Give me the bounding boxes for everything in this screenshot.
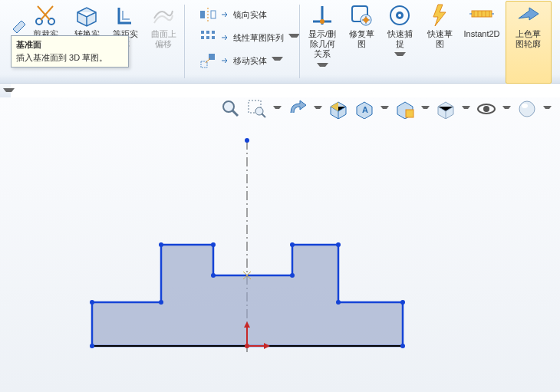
display-l2: 除几何 <box>305 39 339 49</box>
snap-icon <box>387 3 412 28</box>
repair-icon <box>349 3 374 28</box>
svg-point-47 <box>336 242 341 247</box>
surface-offset-button: 曲面上 偏移 <box>147 3 180 49</box>
plane-icon[interactable] <box>11 18 28 35</box>
surface-icon <box>151 3 176 28</box>
separator <box>299 5 300 78</box>
svg-rect-6 <box>206 31 209 34</box>
svg-point-46 <box>290 242 295 247</box>
offset-icon <box>113 3 137 28</box>
tooltip-body: 插入基准面到 3D 草图。 <box>16 52 124 64</box>
surface-label-1: 曲面上 <box>147 29 180 39</box>
quick-sketch-icon <box>427 3 452 28</box>
instant-label: Instant2D <box>462 29 502 39</box>
svg-point-21 <box>398 14 401 17</box>
scissors-icon <box>33 3 58 28</box>
svg-point-55 <box>245 344 249 348</box>
move-icon <box>199 52 216 69</box>
linear-label: 线性草图阵列 <box>233 32 284 44</box>
mirror-label: 镜向实体 <box>233 9 267 21</box>
sketch-canvas[interactable] <box>0 97 560 392</box>
repair-l1: 修复草 <box>345 29 377 39</box>
chevron-down-icon <box>317 63 328 71</box>
mirror-entities-button[interactable]: 镜向实体 <box>199 3 300 26</box>
qsketch-l2: 图 <box>423 39 456 49</box>
instant2d-button[interactable]: Instant2D <box>462 3 502 39</box>
svg-point-45 <box>290 273 295 278</box>
mirror-icon <box>199 6 216 23</box>
quick-snap-button[interactable]: 快速捕 捉 <box>384 3 416 60</box>
graphics-area[interactable]: A <box>0 97 560 392</box>
display-icon <box>310 3 334 28</box>
cube-icon <box>74 3 99 28</box>
svg-point-15 <box>320 19 324 24</box>
tooltip: 基准面 插入基准面到 3D 草图。 <box>11 35 129 68</box>
svg-point-39 <box>90 344 94 348</box>
repair-sketch-button[interactable]: 修复草 图 <box>345 3 377 49</box>
svg-rect-2 <box>200 11 205 18</box>
svg-point-43 <box>211 242 216 247</box>
rapid-sketch-button[interactable]: 快速草 图 <box>423 3 456 49</box>
svg-point-49 <box>400 300 405 305</box>
arrow-right-icon <box>221 52 229 69</box>
repair-l2: 图 <box>345 39 377 49</box>
svg-rect-5 <box>201 31 204 34</box>
svg-rect-10 <box>212 36 215 39</box>
pattern-menu-group: 镜向实体 线性草图阵列 移动实体 <box>199 3 300 80</box>
ribbon-toolbar: 剪裁实 转换实 等距实 体 曲面上 偏移 镜向实体 线性草 <box>0 0 560 84</box>
chevron-down-icon <box>394 52 406 60</box>
svg-rect-9 <box>206 36 209 39</box>
separator <box>184 5 185 78</box>
svg-point-50 <box>400 344 405 348</box>
shade-icon <box>516 3 540 28</box>
svg-rect-3 <box>211 11 216 18</box>
shade-sketch-button[interactable]: 上色草 图轮廓 <box>508 3 548 49</box>
tab-strip[interactable] <box>0 84 11 98</box>
tooltip-title: 基准面 <box>16 39 124 51</box>
linear-pattern-button[interactable]: 线性草图阵列 <box>199 26 300 49</box>
instant2d-icon <box>469 3 494 28</box>
display-l1: 显示/删 <box>305 29 339 39</box>
arrow-right-icon <box>221 6 229 23</box>
move-entities-button[interactable]: 移动实体 <box>199 49 300 72</box>
surface-label-2: 偏移 <box>147 39 180 49</box>
svg-rect-8 <box>201 36 204 39</box>
move-label: 移动实体 <box>233 55 267 67</box>
sketch-point[interactable] <box>245 138 249 143</box>
display-l3: 关系 <box>305 49 339 59</box>
qsnap-l1: 快速捕 <box>384 29 416 39</box>
shade-l2: 图轮廓 <box>508 39 548 49</box>
chevron-down-icon <box>272 57 283 64</box>
chevron-down-icon <box>288 34 300 41</box>
svg-point-48 <box>336 300 341 305</box>
svg-point-40 <box>90 300 94 305</box>
svg-rect-7 <box>212 31 215 34</box>
display-relations-button[interactable]: 显示/删 除几何 关系 <box>305 3 339 71</box>
svg-point-42 <box>159 242 163 247</box>
qsnap-l2: 捉 <box>384 39 416 49</box>
svg-point-41 <box>159 300 163 305</box>
arrow-right-icon <box>221 29 229 46</box>
shade-l1: 上色草 <box>508 29 548 39</box>
svg-point-44 <box>211 273 216 278</box>
qsketch-l1: 快速草 <box>423 29 456 39</box>
chevron-down-icon <box>3 88 15 96</box>
linear-pattern-icon <box>199 29 216 46</box>
